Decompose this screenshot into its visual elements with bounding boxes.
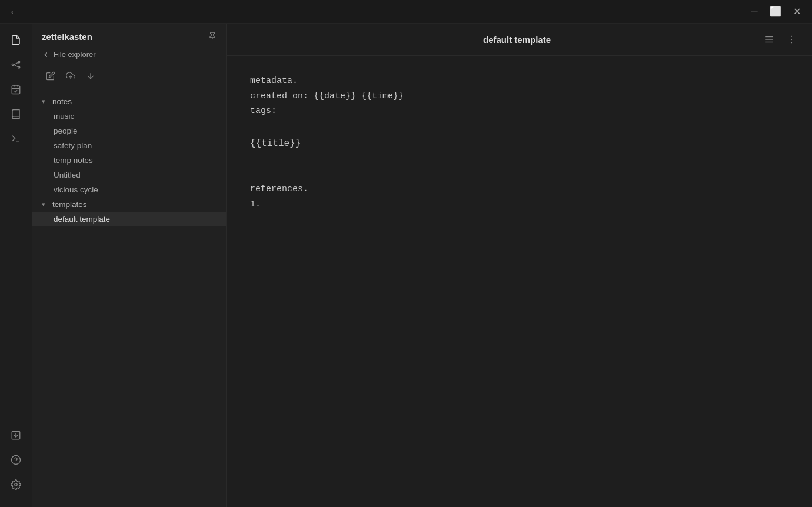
- editor-area: default template metadata. created on: {…: [227, 24, 812, 507]
- untitled-file-label: Untitled: [54, 171, 81, 179]
- back-nav[interactable]: File explorer: [32, 48, 226, 65]
- minimize-button[interactable]: ─: [746, 4, 763, 20]
- safety-plan-file-label: safety plan: [54, 141, 92, 150]
- templates-folder[interactable]: ▾ templates: [32, 197, 226, 212]
- svg-rect-5: [12, 86, 20, 94]
- vicious-cycle-file-label: vicious cycle: [54, 185, 98, 194]
- file-panel: zettelkasten File explorer ▾ notes: [32, 24, 227, 507]
- templates-chevron: ▾: [42, 201, 49, 208]
- back-button[interactable]: ←: [6, 4, 22, 20]
- content-line-title-var: {{title}}: [250, 136, 788, 152]
- import-nav-icon[interactable]: [5, 425, 26, 446]
- svg-point-22: [791, 39, 792, 40]
- sort-button[interactable]: [82, 67, 99, 85]
- reader-mode-button[interactable]: [760, 31, 778, 48]
- svg-line-3: [14, 62, 18, 65]
- icon-sidebar: [0, 24, 32, 507]
- editor-actions: [760, 31, 800, 48]
- editor-content[interactable]: metadata. created on: {{date}} {{time}} …: [227, 56, 812, 507]
- music-file-label: music: [54, 112, 74, 121]
- import-button[interactable]: [62, 67, 79, 85]
- settings-nav-icon[interactable]: [5, 474, 26, 495]
- templates-folder-label: templates: [52, 200, 87, 209]
- content-line-list1: 1.: [250, 197, 788, 212]
- music-file[interactable]: music: [32, 109, 226, 124]
- notes-folder[interactable]: ▾ notes: [32, 94, 226, 109]
- pin-icon[interactable]: [208, 32, 217, 42]
- graph-nav-icon[interactable]: [5, 54, 26, 75]
- content-line-blank1: [250, 119, 788, 134]
- content-line-metadata: metadata.: [250, 74, 788, 89]
- file-nav-icon[interactable]: [5, 29, 26, 51]
- editor-title: default template: [274, 35, 760, 45]
- svg-point-1: [18, 61, 20, 63]
- svg-line-4: [14, 65, 18, 67]
- file-tree: ▾ notes music people safety plan temp no…: [32, 92, 226, 507]
- back-nav-label: File explorer: [54, 50, 96, 59]
- toolbar-row: [32, 65, 226, 92]
- terminal-nav-icon[interactable]: [5, 128, 26, 149]
- svg-point-14: [15, 483, 18, 486]
- content-line-blank3: [250, 167, 788, 182]
- svg-point-0: [12, 64, 14, 66]
- library-nav-icon[interactable]: [5, 104, 26, 125]
- content-line-tags: tags:: [250, 104, 788, 119]
- untitled-file[interactable]: Untitled: [32, 168, 226, 182]
- default-template-file-label: default template: [54, 215, 110, 224]
- notes-chevron: ▾: [42, 98, 49, 105]
- calendar-nav-icon[interactable]: [5, 79, 26, 100]
- safety-plan-file[interactable]: safety plan: [32, 138, 226, 153]
- default-template-file[interactable]: default template: [32, 212, 226, 226]
- new-note-button[interactable]: [42, 67, 59, 85]
- workspace-title: zettelkasten: [42, 32, 92, 42]
- notes-folder-label: notes: [52, 97, 72, 106]
- file-panel-header: zettelkasten: [32, 24, 226, 48]
- temp-notes-file[interactable]: temp notes: [32, 153, 226, 168]
- editor-topbar: default template: [227, 24, 812, 56]
- people-file-label: people: [54, 126, 78, 135]
- content-line-blank2: [250, 152, 788, 167]
- content-line-created: created on: {{date}} {{time}}: [250, 89, 788, 104]
- svg-point-2: [18, 66, 20, 68]
- vicious-cycle-file[interactable]: vicious cycle: [32, 182, 226, 197]
- svg-point-21: [791, 36, 792, 37]
- help-nav-icon[interactable]: [5, 449, 26, 471]
- temp-notes-file-label: temp notes: [54, 156, 93, 165]
- svg-point-12: [12, 456, 21, 465]
- maximize-button[interactable]: ⬜: [767, 4, 784, 20]
- people-file[interactable]: people: [32, 124, 226, 138]
- more-options-button[interactable]: [783, 31, 800, 48]
- svg-point-23: [791, 42, 792, 43]
- content-line-references: references.: [250, 182, 788, 197]
- close-button[interactable]: ✕: [788, 4, 805, 20]
